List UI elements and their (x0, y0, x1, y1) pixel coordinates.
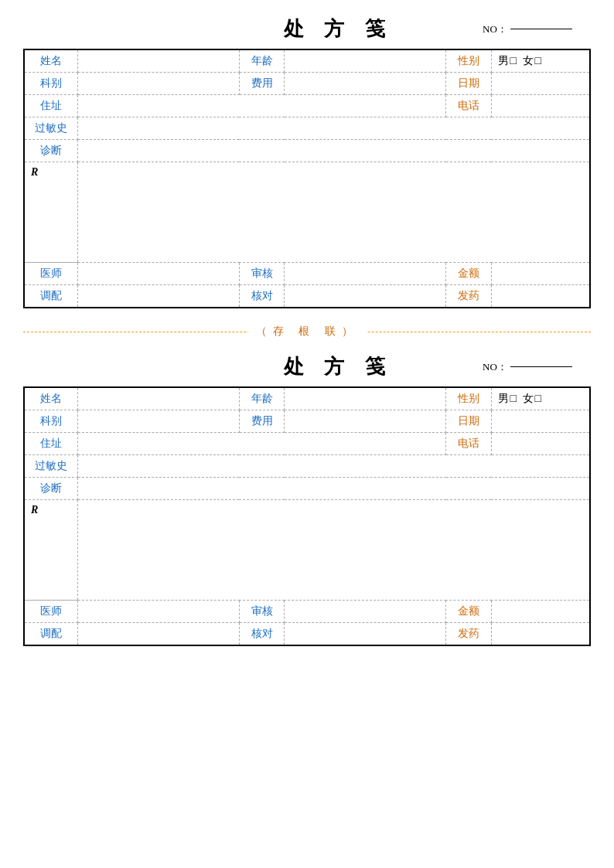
department-value[interactable] (77, 73, 239, 95)
prescription-2: 处 方 笺 NO： 姓名 年龄 性别 男□ 女□ 科别 费用 日期 (23, 353, 591, 646)
gender-options: 男□ 女□ (491, 49, 590, 73)
dispense2-value-2[interactable] (491, 623, 590, 646)
date-label: 日期 (446, 73, 491, 95)
address-value-2[interactable] (77, 433, 446, 455)
department-label-2: 科别 (24, 410, 77, 433)
no-area-1: NO： (483, 22, 583, 36)
name-value[interactable] (77, 49, 239, 73)
table-row: 科别 费用 日期 (24, 410, 590, 433)
review-label-2: 审核 (239, 601, 284, 623)
rx-label-2: R (24, 500, 77, 601)
age-label-2: 年龄 (239, 387, 284, 410)
separator-text: （存 根 联） (248, 325, 367, 339)
prescription-table-2: 姓名 年龄 性别 男□ 女□ 科别 费用 日期 住址 电话 (23, 386, 591, 646)
title-1: 处 方 笺 (193, 15, 483, 43)
fee-value[interactable] (285, 73, 446, 95)
fee-label: 费用 (239, 73, 284, 95)
diagnosis-label-2: 诊断 (24, 478, 77, 500)
name-value-2[interactable] (77, 387, 239, 410)
title-row-2: 处 方 笺 NO： (23, 353, 591, 380)
allergy-value-2[interactable] (77, 455, 590, 478)
table-row: 过敏史 (24, 455, 590, 478)
date-label-2: 日期 (446, 410, 491, 433)
address-label: 住址 (24, 95, 77, 117)
separator: （存 根 联） (23, 316, 591, 347)
amount-label-2: 金额 (446, 601, 491, 623)
doctor-value[interactable] (77, 263, 239, 285)
diagnosis-value[interactable] (77, 140, 590, 162)
age-value-2[interactable] (285, 387, 446, 410)
phone-value-2[interactable] (491, 433, 590, 455)
page: 处 方 笺 NO： 姓名 年龄 性别 男□ 女□ 科别 费用 (0, 0, 614, 669)
date-value-2[interactable] (491, 410, 590, 433)
doctor-label: 医师 (24, 263, 77, 285)
title-row-1: 处 方 笺 NO： (23, 15, 591, 43)
no-line-2 (510, 366, 572, 367)
review-value[interactable] (285, 263, 446, 285)
amount-label: 金额 (446, 263, 491, 285)
department-value-2[interactable] (77, 410, 239, 433)
dispense2-label-2: 发药 (446, 623, 491, 646)
doctor-value-2[interactable] (77, 601, 239, 623)
diagnosis-value-2[interactable] (77, 478, 590, 500)
dispense2-value[interactable] (491, 285, 590, 308)
no-label-1: NO： (483, 22, 507, 36)
rx-label: R (24, 162, 77, 263)
address-label-2: 住址 (24, 433, 77, 455)
gender-label-2: 性别 (446, 387, 491, 410)
fee-value-2[interactable] (285, 410, 446, 433)
diagnosis-label: 诊断 (24, 140, 77, 162)
fee-label-2: 费用 (239, 410, 284, 433)
table-row: 姓名 年龄 性别 男□ 女□ (24, 387, 590, 410)
name-label: 姓名 (24, 49, 77, 73)
table-row: R (24, 500, 590, 601)
check-value-2[interactable] (285, 623, 446, 646)
no-line-1 (510, 29, 572, 29)
check-value[interactable] (285, 285, 446, 308)
table-row: R (24, 162, 590, 263)
name-label-2: 姓名 (24, 387, 77, 410)
table-row: 诊断 (24, 478, 590, 500)
age-value[interactable] (285, 49, 446, 73)
allergy-label: 过敏史 (24, 117, 77, 140)
prescription-1: 处 方 笺 NO： 姓名 年龄 性别 男□ 女□ 科别 费用 (23, 15, 591, 308)
table-row: 住址 电话 (24, 433, 590, 455)
dispense-value-2[interactable] (77, 623, 239, 646)
doctor-label-2: 医师 (24, 601, 77, 623)
table-row: 调配 核对 发药 (24, 623, 590, 646)
phone-label: 电话 (446, 95, 491, 117)
department-label: 科别 (24, 73, 77, 95)
address-value[interactable] (77, 95, 446, 117)
dispense-label-2: 调配 (24, 623, 77, 646)
amount-value[interactable] (491, 263, 590, 285)
dispense-label: 调配 (24, 285, 77, 308)
title-2: 处 方 笺 (193, 353, 483, 380)
gender-label: 性别 (446, 49, 491, 73)
table-row: 住址 电话 (24, 95, 590, 117)
table-row: 医师 审核 金额 (24, 601, 590, 623)
phone-value[interactable] (491, 95, 590, 117)
review-label: 审核 (239, 263, 284, 285)
check-label: 核对 (239, 285, 284, 308)
check-label-2: 核对 (239, 623, 284, 646)
prescription-table-1: 姓名 年龄 性别 男□ 女□ 科别 费用 日期 住址 电话 (23, 49, 591, 308)
phone-label-2: 电话 (446, 433, 491, 455)
dispense-value[interactable] (77, 285, 239, 308)
table-row: 过敏史 (24, 117, 590, 140)
table-row: 姓名 年龄 性别 男□ 女□ (24, 49, 590, 73)
review-value-2[interactable] (285, 601, 446, 623)
table-row: 调配 核对 发药 (24, 285, 590, 308)
rx-area-2[interactable] (77, 500, 590, 601)
allergy-value[interactable] (77, 117, 590, 140)
amount-value-2[interactable] (491, 601, 590, 623)
age-label: 年龄 (239, 49, 284, 73)
date-value[interactable] (491, 73, 590, 95)
gender-options-2: 男□ 女□ (491, 387, 590, 410)
no-area-2: NO： (483, 360, 583, 374)
table-row: 科别 费用 日期 (24, 73, 590, 95)
dispense2-label: 发药 (446, 285, 491, 308)
table-row: 诊断 (24, 140, 590, 162)
table-row: 医师 审核 金额 (24, 263, 590, 285)
no-label-2: NO： (483, 360, 507, 374)
rx-area[interactable] (77, 162, 590, 263)
